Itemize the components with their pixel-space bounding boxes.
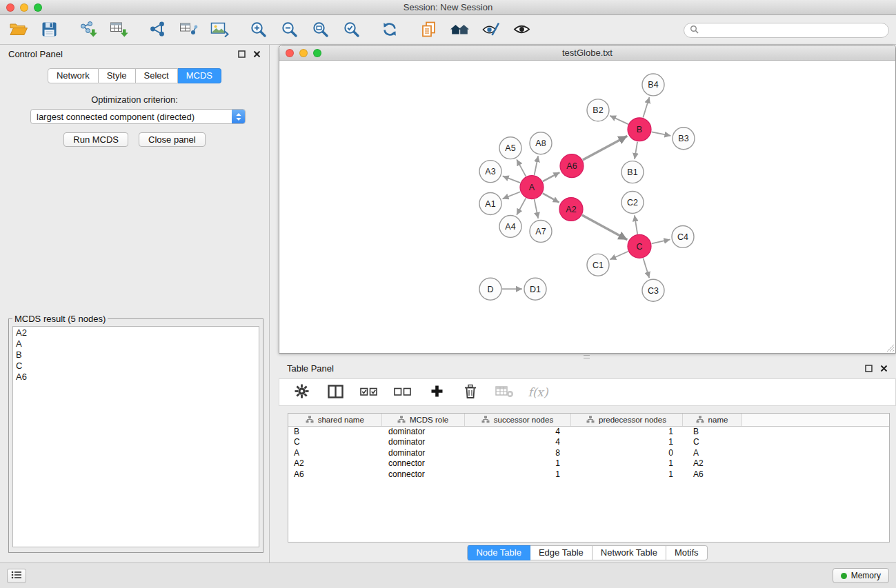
- table-cell[interactable]: A2: [682, 458, 741, 469]
- search-field[interactable]: [684, 23, 889, 38]
- network-node-C2[interactable]: C2: [621, 192, 644, 214]
- refresh-button[interactable]: [379, 19, 401, 41]
- network-node-A5[interactable]: A5: [499, 137, 521, 159]
- tab-motifs[interactable]: Motifs: [666, 545, 708, 560]
- export-image-button[interactable]: [208, 19, 230, 41]
- table-cell[interactable]: A: [288, 447, 381, 458]
- resize-grip-icon[interactable]: [886, 344, 895, 352]
- column-header-predecessor-nodes[interactable]: predecessor nodes: [570, 414, 682, 426]
- network-node-A4[interactable]: A4: [499, 215, 521, 237]
- table-cell[interactable]: dominator: [381, 447, 464, 458]
- tab-node-table[interactable]: Node Table: [467, 545, 530, 560]
- mcds-result-item[interactable]: A: [16, 338, 256, 349]
- table-row[interactable]: A2connector11A2: [288, 458, 889, 469]
- table-cell[interactable]: 4: [464, 426, 570, 437]
- network-node-C[interactable]: C: [628, 234, 651, 258]
- table-row[interactable]: Adominator80A: [288, 447, 889, 458]
- network-node-A2[interactable]: A2: [559, 198, 583, 221]
- network-canvas[interactable]: B4B2BB3A8A5A6A3B1AC2A1A2A4A7C4CC1DD1C3: [279, 61, 895, 353]
- copy-style-button[interactable]: [417, 19, 439, 41]
- table-row[interactable]: Bdominator41B: [288, 426, 889, 437]
- table-cell[interactable]: 1: [570, 469, 682, 480]
- network-graph[interactable]: B4B2BB3A8A5A6A3B1AC2A1A2A4A7C4CC1DD1C3: [279, 61, 895, 353]
- style-preview-button[interactable]: [479, 19, 501, 41]
- network-edge-B-B2[interactable]: [610, 116, 628, 124]
- zoom-selected-button[interactable]: [340, 19, 362, 41]
- select-all-button[interactable]: [358, 381, 380, 403]
- network-minimize-button[interactable]: [299, 49, 308, 57]
- network-node-D[interactable]: D: [479, 278, 501, 300]
- table-cell[interactable]: connector: [381, 458, 464, 469]
- tab-network-table[interactable]: Network Table: [593, 545, 666, 560]
- network-zoom-button[interactable]: [313, 49, 321, 57]
- network-edge-B-B4[interactable]: [643, 97, 649, 118]
- network-node-B2[interactable]: B2: [587, 99, 609, 121]
- table-cell[interactable]: C: [288, 437, 381, 448]
- mcds-result-item[interactable]: A2: [16, 327, 256, 338]
- columns-button[interactable]: [324, 381, 346, 403]
- network-edge-A-A8[interactable]: [535, 156, 539, 175]
- network-edge-A2-C[interactable]: [582, 215, 628, 240]
- table-row[interactable]: Cdominator41C: [288, 437, 889, 448]
- network-node-B1[interactable]: B1: [621, 161, 644, 183]
- function-button[interactable]: f(x): [527, 381, 549, 403]
- zoom-window-button[interactable]: [34, 3, 42, 12]
- table-cell[interactable]: A: [682, 447, 741, 458]
- network-edge-B-B1[interactable]: [635, 142, 637, 159]
- save-button[interactable]: [38, 19, 60, 41]
- float-panel-icon[interactable]: [238, 50, 246, 58]
- table-cell[interactable]: B: [288, 426, 381, 437]
- close-panel-button[interactable]: Close panel: [139, 132, 206, 147]
- network-edge-A-A4[interactable]: [517, 198, 526, 214]
- optimization-select[interactable]: largest connected component (directed): [30, 109, 246, 124]
- network-node-B4[interactable]: B4: [642, 74, 664, 96]
- network-node-A[interactable]: A: [520, 176, 544, 199]
- show-panels-button[interactable]: [7, 569, 26, 583]
- add-button[interactable]: [426, 381, 448, 403]
- mcds-result-item[interactable]: B: [16, 349, 256, 361]
- table-cell[interactable]: 1: [464, 469, 570, 480]
- show-graphics-button[interactable]: [510, 19, 532, 41]
- zoom-in-button[interactable]: [247, 19, 269, 41]
- table-cell[interactable]: 1: [570, 458, 682, 469]
- table-cell[interactable]: A2: [288, 458, 381, 469]
- table-cell[interactable]: 4: [464, 437, 570, 448]
- mcds-result-item[interactable]: C: [16, 361, 256, 372]
- splitter-grip[interactable]: [584, 355, 590, 358]
- mcds-result-list[interactable]: A2ABCA6: [12, 326, 259, 547]
- close-panel-icon[interactable]: [253, 50, 261, 58]
- tab-edge-table[interactable]: Edge Table: [530, 545, 593, 560]
- deselect-all-button[interactable]: [392, 381, 414, 403]
- close-window-button[interactable]: [6, 3, 14, 12]
- new-network-button[interactable]: [146, 19, 168, 41]
- column-header-shared-name[interactable]: shared name: [288, 414, 381, 426]
- import-network-button[interactable]: [77, 19, 99, 41]
- network-edge-B-B3[interactable]: [652, 132, 671, 136]
- network-node-D1[interactable]: D1: [524, 278, 546, 300]
- network-edge-A-A1[interactable]: [503, 192, 521, 199]
- table-cell[interactable]: 1: [570, 426, 682, 437]
- home-button[interactable]: [448, 19, 470, 41]
- import-table-button[interactable]: [108, 19, 130, 41]
- network-edge-C-C4[interactable]: [652, 239, 670, 243]
- table-cell[interactable]: connector: [381, 469, 464, 480]
- table-cell[interactable]: 1: [570, 437, 682, 448]
- network-edge-A6-B[interactable]: [583, 136, 628, 160]
- network-edge-A-A2[interactable]: [543, 193, 559, 202]
- search-input[interactable]: [702, 25, 883, 35]
- column-header-successor-nodes[interactable]: successor nodes: [464, 414, 570, 426]
- network-node-A3[interactable]: A3: [479, 161, 501, 183]
- network-edge-C-C3[interactable]: [643, 258, 649, 278]
- table-row[interactable]: A6connector11A6: [288, 469, 889, 480]
- table-cell[interactable]: A6: [288, 469, 381, 480]
- float-table-panel-icon[interactable]: [865, 365, 873, 372]
- tab-select[interactable]: Select: [136, 68, 178, 83]
- table-cell[interactable]: dominator: [381, 437, 464, 448]
- network-edge-C-C1[interactable]: [610, 252, 628, 260]
- tab-network[interactable]: Network: [48, 68, 99, 83]
- network-node-B[interactable]: B: [628, 118, 651, 141]
- network-node-C3[interactable]: C3: [642, 279, 664, 301]
- delete-table-button[interactable]: [493, 381, 515, 403]
- run-mcds-button[interactable]: Run MCDS: [63, 132, 128, 147]
- network-table-button[interactable]: [177, 19, 199, 41]
